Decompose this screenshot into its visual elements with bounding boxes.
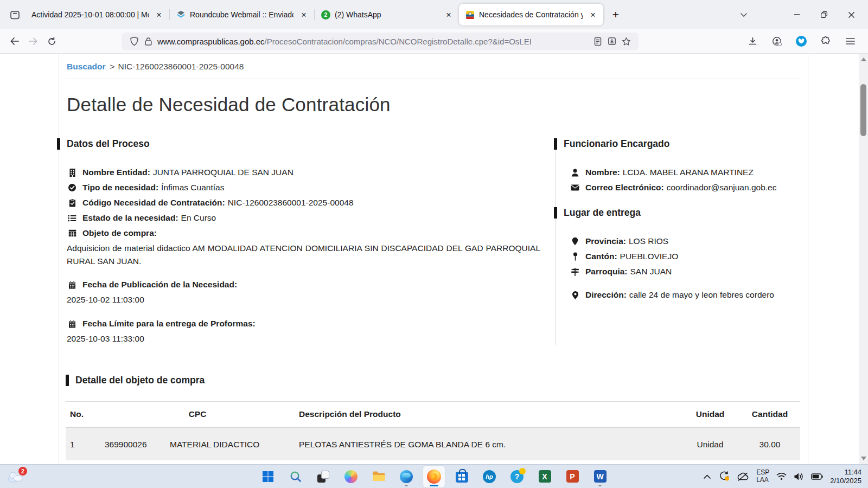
edge-button[interactable] bbox=[395, 466, 417, 487]
start-button[interactable] bbox=[257, 466, 279, 487]
item-label: Dirección: bbox=[585, 288, 627, 301]
firefox-button-active[interactable] bbox=[423, 466, 445, 487]
minimize-button[interactable] bbox=[783, 0, 810, 29]
tab-actividad[interactable]: Actividad 2025-10-01 08:00:00 | Mo ✕ bbox=[25, 4, 169, 25]
language-indicator[interactable]: ESP LAA bbox=[756, 469, 769, 484]
cell-no: 1 bbox=[66, 427, 100, 460]
powerpoint-icon: P bbox=[566, 470, 579, 483]
restore-icon bbox=[820, 11, 828, 18]
restore-button[interactable] bbox=[810, 0, 838, 29]
tab-close-icon[interactable]: ✕ bbox=[153, 9, 165, 21]
minimize-icon bbox=[794, 11, 800, 18]
tray-show-hidden-button[interactable] bbox=[703, 474, 711, 479]
copilot-button[interactable] bbox=[340, 466, 362, 487]
windows-logo-icon bbox=[262, 471, 274, 483]
tab-close-icon[interactable]: ✕ bbox=[587, 9, 599, 21]
firefox-view-button[interactable] bbox=[4, 5, 25, 24]
search-button[interactable] bbox=[285, 466, 307, 487]
list-item: Provincia: LOS RIOS bbox=[570, 235, 800, 248]
relay-extension-button[interactable] bbox=[792, 32, 810, 50]
column-header-no: No. bbox=[66, 402, 100, 428]
file-explorer-button[interactable] bbox=[368, 466, 390, 487]
firefox-icon bbox=[427, 470, 441, 484]
language-line1: ESP bbox=[756, 469, 769, 477]
official-detail-list: Nombre: LCDA. MABEL ARANA MARTINEZ Corre… bbox=[569, 166, 800, 194]
task-view-button[interactable] bbox=[312, 466, 334, 487]
item-value: coordinador@sanjuan.gob.ec bbox=[667, 181, 777, 194]
list-item: Correo Electrónico: coordinador@sanjuan.… bbox=[570, 181, 800, 194]
bookmark-star-icon[interactable] bbox=[619, 34, 633, 48]
word-button[interactable]: W bbox=[589, 466, 611, 487]
new-tab-button[interactable]: + bbox=[607, 5, 625, 24]
shield-icon[interactable] bbox=[127, 34, 141, 48]
microsoft-store-button[interactable] bbox=[451, 466, 473, 487]
extensions-button[interactable] bbox=[816, 32, 835, 50]
section-heading-delivery: Lugar de entrega bbox=[569, 207, 800, 219]
volume-button[interactable] bbox=[794, 472, 804, 481]
reload-button[interactable] bbox=[42, 32, 61, 50]
map-marker-icon bbox=[570, 237, 580, 246]
tab-close-icon[interactable]: ✕ bbox=[298, 9, 310, 21]
tray-update-button[interactable] bbox=[718, 471, 730, 481]
excel-button[interactable]: X bbox=[534, 466, 556, 487]
tab-roundcube[interactable]: Roundcube Webmail :: Enviados ✕ bbox=[170, 4, 314, 25]
section-bar bbox=[66, 375, 69, 386]
scroll-down-arrow[interactable] bbox=[861, 457, 866, 460]
taskbar-app-icons: hp ? X P W bbox=[257, 466, 611, 487]
word-icon: W bbox=[594, 470, 607, 483]
chevron-down-icon bbox=[740, 12, 748, 17]
item-label: Tipo de necesidad: bbox=[82, 181, 158, 194]
close-icon bbox=[848, 11, 855, 18]
list-item: Cantón: PUEBLOVIEJO bbox=[570, 250, 800, 263]
list-icon bbox=[67, 215, 78, 222]
wifi-button[interactable] bbox=[776, 472, 787, 480]
scroll-up-arrow[interactable] bbox=[861, 57, 866, 61]
purchase-detail-table: No. CPC Descripción del Producto Unidad … bbox=[66, 401, 800, 460]
table-icon bbox=[67, 229, 78, 237]
tab-close-icon[interactable]: ✕ bbox=[443, 9, 455, 21]
url-text: www.compraspublicas.gob.ec/ProcesoContra… bbox=[157, 37, 591, 46]
vertical-scrollbar[interactable] bbox=[859, 54, 868, 464]
item-label: Código Necesidad de Contratación: bbox=[82, 196, 225, 209]
back-button[interactable] bbox=[5, 32, 24, 50]
close-window-button[interactable] bbox=[838, 0, 865, 29]
url-bar[interactable]: www.compraspublicas.gob.ec/ProcesoContra… bbox=[122, 33, 639, 50]
battery-button[interactable] bbox=[811, 473, 823, 480]
right-column: Funcionario Encargado Nombre: LCDA. MABE… bbox=[555, 138, 800, 345]
tab-title: Actividad 2025-10-01 08:00:00 | Mo bbox=[31, 10, 149, 19]
reader-view-icon[interactable] bbox=[591, 34, 605, 48]
tab-strip: Actividad 2025-10-01 08:00:00 | Mo ✕ Rou… bbox=[0, 0, 868, 29]
item-value: LCDA. MABEL ARANA MARTINEZ bbox=[623, 166, 754, 179]
save-page-icon[interactable] bbox=[605, 34, 619, 48]
section-heading-process: Datos del Proceso bbox=[66, 138, 555, 150]
account-button[interactable] bbox=[768, 32, 786, 50]
section-heading-detail: Detalle del objeto de compra bbox=[66, 375, 800, 386]
tray-onedrive-button[interactable] bbox=[737, 472, 749, 481]
widgets-weather-button[interactable]: 2 bbox=[7, 466, 35, 487]
item-value: SAN JUAN bbox=[630, 265, 672, 278]
downloads-button[interactable] bbox=[743, 32, 762, 50]
item-label: Fecha de Publicación de la Necesidad: bbox=[82, 278, 237, 291]
active-window-indicator bbox=[430, 485, 438, 487]
menu-button[interactable] bbox=[841, 32, 859, 50]
section-heading-label: Funcionario Encargado bbox=[564, 138, 669, 150]
tab-necesidades-active[interactable]: Necesidades de Contratación y ✕ bbox=[459, 4, 603, 25]
scrollbar-thumb[interactable] bbox=[860, 84, 866, 136]
puzzle-icon bbox=[821, 36, 831, 46]
lock-icon[interactable] bbox=[141, 34, 155, 48]
breadcrumb-link-buscador[interactable]: Buscador bbox=[67, 62, 106, 71]
list-all-tabs-button[interactable] bbox=[735, 5, 753, 24]
tab-whatsapp[interactable]: 2 (2) WhatsApp ✕ bbox=[315, 4, 459, 25]
clock[interactable]: 11:44 2/10/2025 bbox=[830, 468, 861, 485]
forward-button[interactable] bbox=[24, 32, 42, 50]
fox-mask-icon bbox=[795, 35, 807, 47]
hp-app-button[interactable]: hp bbox=[478, 466, 500, 487]
cell-cpc-code: 369900026 bbox=[100, 427, 165, 460]
page-container: Buscador>NIC-1260023860001-2025-00048 De… bbox=[59, 54, 808, 464]
breadcrumb: Buscador>NIC-1260023860001-2025-00048 bbox=[66, 54, 800, 79]
get-help-button[interactable]: ? bbox=[506, 466, 528, 487]
item-label: Nombre: bbox=[585, 166, 620, 179]
section-heading-label: Lugar de entrega bbox=[564, 207, 641, 219]
search-icon bbox=[290, 471, 302, 483]
powerpoint-button[interactable]: P bbox=[561, 466, 583, 487]
